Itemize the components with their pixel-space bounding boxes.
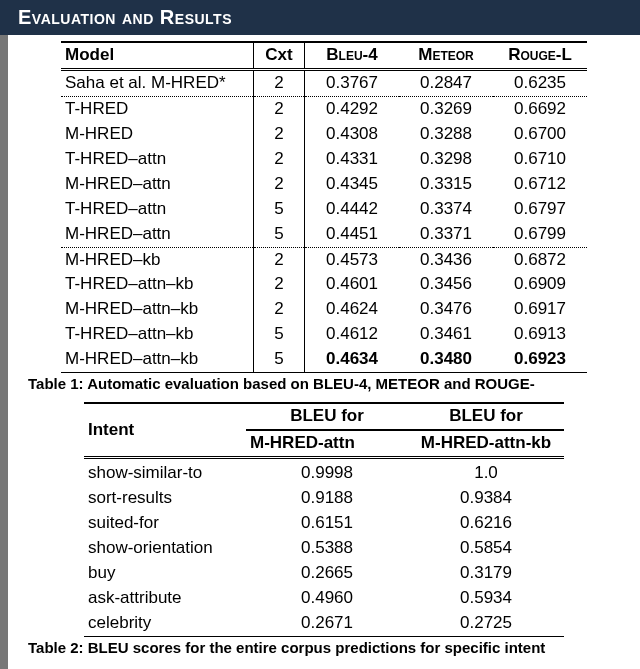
cell: 0.2665 [246,561,408,586]
cell: T-HRED–attn–kb [61,322,254,347]
cell: T-HRED–attn–kb [61,272,254,297]
cell: 2 [254,96,305,121]
cell: 0.4308 [305,122,400,147]
cell: 0.5934 [408,586,564,611]
cell: 5 [254,347,305,372]
cell: 2 [254,122,305,147]
cell: 0.6710 [493,147,587,172]
cell: 0.3371 [399,222,493,247]
cell: 0.3288 [399,122,493,147]
cell: 2 [254,147,305,172]
cell: 2 [254,272,305,297]
table-row: celebrity0.26710.2725 [84,611,564,636]
cell: 0.6872 [493,247,587,272]
cell: 0.5854 [408,536,564,561]
cell: 1.0 [408,458,564,486]
cell: show-orientation [84,536,246,561]
table-row: M-HRED20.43080.32880.6700 [61,122,587,147]
table-row: suited-for0.61510.6216 [84,511,564,536]
table-row: T-HRED20.42920.32690.6692 [61,96,587,121]
cell: 0.2847 [399,69,493,96]
cell: 0.9188 [246,486,408,511]
cell: 0.6235 [493,69,587,96]
cell: 0.2725 [408,611,564,636]
cell: 2 [254,172,305,197]
t2-h-intent: Intent [84,403,246,457]
cell: 0.4624 [305,297,400,322]
cell: 0.6923 [493,347,587,372]
cell: 0.6799 [493,222,587,247]
cell: M-HRED–attn [61,222,254,247]
cell: T-HRED–attn [61,147,254,172]
cell: celebrity [84,611,246,636]
cell: 0.4634 [305,347,400,372]
cell: Saha et al. M-HRED* [61,69,254,96]
cell: 0.6913 [493,322,587,347]
table-1-caption: Table 1: Automatic evaluation based on B… [8,373,640,402]
cell: 0.3461 [399,322,493,347]
table-row: M-HRED–attn–kb20.46240.34760.6917 [61,297,587,322]
table-1: Model Cxt Bleu-4 Meteor Rouge-L Saha et … [61,41,587,373]
cell: 0.4960 [246,586,408,611]
cell: 0.3436 [399,247,493,272]
cell: 2 [254,247,305,272]
cell: 0.4345 [305,172,400,197]
cell: 5 [254,322,305,347]
table-row: show-similar-to0.99981.0 [84,458,564,486]
cell: 0.9998 [246,458,408,486]
cell: ask-attribute [84,586,246,611]
cell: M-HRED–attn [61,172,254,197]
t2-h-c2a: BLEU for [408,403,564,430]
cell: 0.4442 [305,197,400,222]
t1-h-meteor: Meteor [399,42,493,69]
cell: 0.5388 [246,536,408,561]
table-row: T-HRED–attn–kb50.46120.34610.6913 [61,322,587,347]
cell: 0.3179 [408,561,564,586]
t2-h-c1b: M-HRED-attn [246,430,408,457]
table-row: T-HRED–attn20.43310.32980.6710 [61,147,587,172]
cell: 0.4292 [305,96,400,121]
cell: suited-for [84,511,246,536]
cell: 0.2671 [246,611,408,636]
cell: 0.6151 [246,511,408,536]
table-row: T-HRED–attn50.44420.33740.6797 [61,197,587,222]
cell: 0.6917 [493,297,587,322]
cell: 0.4451 [305,222,400,247]
table-row: show-orientation0.53880.5854 [84,536,564,561]
slide-body: Model Cxt Bleu-4 Meteor Rouge-L Saha et … [8,35,640,669]
t1-h-cxt: Cxt [254,42,305,69]
cell: M-HRED–attn–kb [61,347,254,372]
cell: show-similar-to [84,458,246,486]
table-row: sort-results0.91880.9384 [84,486,564,511]
cell: 0.3269 [399,96,493,121]
cell: 2 [254,69,305,96]
t2-h-c1a: BLEU for [246,403,408,430]
cell: sort-results [84,486,246,511]
table-row: T-HRED–attn–kb20.46010.34560.6909 [61,272,587,297]
table-row: ask-attribute0.49600.5934 [84,586,564,611]
cell: M-HRED–kb [61,247,254,272]
cell: 0.3480 [399,347,493,372]
cell: 0.3767 [305,69,400,96]
t1-h-bleu: Bleu-4 [305,42,400,69]
cell: 0.4601 [305,272,400,297]
cell: 5 [254,197,305,222]
table-row: M-HRED–attn20.43450.33150.6712 [61,172,587,197]
cell: 0.3456 [399,272,493,297]
t1-h-rouge: Rouge-L [493,42,587,69]
cell: 0.6909 [493,272,587,297]
table-row: M-HRED–kb20.45730.34360.6872 [61,247,587,272]
cell: 2 [254,297,305,322]
cell: M-HRED [61,122,254,147]
table-2: Intent BLEU for BLEU for M-HRED-attn M-H… [84,402,564,636]
cell: T-HRED [61,96,254,121]
table-row: M-HRED–attn50.44510.33710.6799 [61,222,587,247]
cell: 0.6700 [493,122,587,147]
cell: 5 [254,222,305,247]
t2-h-c2b: M-HRED-attn-kb [408,430,564,457]
cell: 0.3476 [399,297,493,322]
table-row: buy0.26650.3179 [84,561,564,586]
table-row: Saha et al. M-HRED*20.37670.28470.6235 [61,69,587,96]
table-2-caption: Table 2: BLEU scores for the entire corp… [8,637,640,666]
cell: T-HRED–attn [61,197,254,222]
